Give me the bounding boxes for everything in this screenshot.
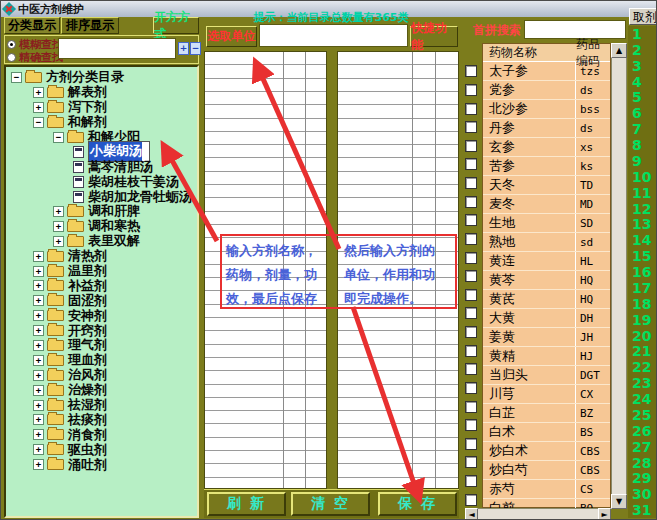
- tree-toggle-icon[interactable]: [33, 310, 44, 321]
- herb-checkbox[interactable]: [465, 382, 477, 394]
- tree-toggle-icon[interactable]: [33, 429, 44, 440]
- herb-checkbox[interactable]: [465, 270, 477, 282]
- table-row[interactable]: 北沙参 bss: [483, 100, 610, 119]
- scroll-down-icon[interactable]: ▼: [611, 494, 627, 509]
- quick-function-button[interactable]: 快捷功能: [410, 26, 458, 47]
- folder-icon: [47, 414, 64, 425]
- tree-toggle-icon[interactable]: [33, 325, 44, 336]
- herb-checkbox[interactable]: [465, 326, 477, 338]
- table-row[interactable]: 当归头 DGT: [483, 366, 610, 385]
- herb-checkbox[interactable]: [465, 140, 477, 152]
- table-row[interactable]: 丹参 ds: [483, 119, 610, 138]
- table-row[interactable]: 川芎 CX: [483, 385, 610, 404]
- table-row[interactable]: 天冬 TD: [483, 176, 610, 195]
- category-search-input[interactable]: [58, 38, 176, 59]
- tree-toggle-icon[interactable]: [53, 132, 64, 143]
- tree-toggle-icon[interactable]: [33, 400, 44, 411]
- tree-toggle-icon[interactable]: [33, 87, 44, 98]
- tree-toggle-icon[interactable]: [33, 444, 44, 455]
- radio-unselected-icon[interactable]: [7, 53, 16, 62]
- save-button[interactable]: 保 存: [378, 492, 457, 516]
- table-row[interactable]: 黄芪 HQ: [483, 290, 610, 309]
- herb-checkbox[interactable]: [465, 103, 477, 115]
- herb-name-cell: 白术: [483, 423, 576, 441]
- tree-toggle-icon[interactable]: [33, 340, 44, 351]
- exact-search-radio[interactable]: 精确查找: [7, 50, 63, 65]
- tree-toggle-icon[interactable]: [33, 459, 44, 470]
- tree-toggle-icon[interactable]: [33, 355, 44, 366]
- tree-toggle-icon[interactable]: [33, 117, 44, 128]
- table-row[interactable]: 姜黄 JH: [483, 328, 610, 347]
- horizontal-scrollbar[interactable]: [465, 508, 611, 520]
- table-row[interactable]: 白术 BS: [483, 423, 610, 442]
- scroll-left-icon[interactable]: ◄: [465, 508, 478, 520]
- table-row[interactable]: 麦冬 MD: [483, 195, 610, 214]
- vertical-scrollbar[interactable]: [611, 43, 627, 509]
- tree-toggle-icon[interactable]: [53, 206, 64, 217]
- tab-category-display[interactable]: 分类显示: [4, 17, 60, 34]
- radio-selected-icon[interactable]: [7, 40, 16, 49]
- table-row[interactable]: 大黄 DH: [483, 309, 610, 328]
- herb-checkbox[interactable]: [465, 233, 477, 245]
- herb-checkbox[interactable]: [465, 438, 477, 450]
- table-row[interactable]: 黄连 HL: [483, 252, 610, 271]
- herb-checkbox[interactable]: [465, 456, 477, 468]
- column-header-name[interactable]: 药物名称: [483, 44, 576, 61]
- unit-input[interactable]: [259, 24, 408, 47]
- pinyin-search-input[interactable]: [524, 20, 626, 39]
- herb-checkbox[interactable]: [465, 65, 477, 77]
- herb-checkbox[interactable]: [465, 289, 477, 301]
- herb-checkbox[interactable]: [465, 121, 477, 133]
- tree-toggle-icon[interactable]: [53, 236, 64, 247]
- tree-toggle-icon[interactable]: [53, 221, 64, 232]
- herb-checkbox[interactable]: [465, 252, 477, 264]
- table-row[interactable]: 熟地 sd: [483, 233, 610, 252]
- herb-checkbox[interactable]: [465, 307, 477, 319]
- formula-category-tree[interactable]: 方剂分类目录 解表剂 泻下剂 和解剂: [4, 65, 199, 518]
- tree-toggle-icon[interactable]: [33, 251, 44, 262]
- prescribe-mode-button[interactable]: 开方方式: [153, 17, 199, 34]
- herb-checkbox[interactable]: [465, 475, 477, 487]
- tree-item[interactable]: 涌吐剂: [6, 457, 197, 472]
- select-unit-button[interactable]: 选取单位: [206, 26, 257, 47]
- tree-toggle-icon[interactable]: [33, 280, 44, 291]
- tree-toggle-icon[interactable]: [33, 414, 44, 425]
- table-row[interactable]: 炒白芍 CBS: [483, 461, 610, 480]
- table-row[interactable]: 白芷 BZ: [483, 404, 610, 423]
- herb-checkbox[interactable]: [465, 401, 477, 413]
- clear-button[interactable]: 清 空: [291, 492, 370, 516]
- table-row[interactable]: 太子参 tzs: [483, 62, 610, 81]
- tab-order-display[interactable]: 排序显示: [61, 17, 119, 34]
- table-row[interactable]: 黄芩 HQ: [483, 271, 610, 290]
- herb-checkbox[interactable]: [465, 345, 477, 357]
- herb-checkbox[interactable]: [465, 419, 477, 431]
- table-row[interactable]: 炒白术 CBS: [483, 442, 610, 461]
- herb-checkbox[interactable]: [465, 158, 477, 170]
- tree-toggle-icon[interactable]: [11, 72, 22, 83]
- annotation-box: 输入方剂名称， 药物，剂量，功 效，最后点保存 然后输入方剂的 单位，作用和功 …: [220, 234, 457, 309]
- scroll-right-icon[interactable]: ►: [598, 508, 611, 520]
- collapse-tree-button[interactable]: −: [190, 42, 201, 55]
- table-row[interactable]: 黄精 HJ: [483, 347, 610, 366]
- herb-table-header[interactable]: 药物名称 药品编码: [483, 44, 610, 62]
- table-row[interactable]: 党参 ds: [483, 81, 610, 100]
- row-number: 28: [628, 455, 657, 471]
- tree-toggle-icon[interactable]: [33, 102, 44, 113]
- herb-checkbox[interactable]: [465, 196, 477, 208]
- tree-toggle-icon[interactable]: [33, 295, 44, 306]
- herb-checkbox[interactable]: [465, 494, 477, 506]
- refresh-button[interactable]: 刷 新: [207, 492, 286, 516]
- tree-toggle-icon[interactable]: [33, 370, 44, 381]
- scroll-up-icon[interactable]: ▲: [611, 43, 627, 58]
- herb-checkbox[interactable]: [465, 363, 477, 375]
- herb-checkbox[interactable]: [465, 214, 477, 226]
- tree-toggle-icon[interactable]: [33, 266, 44, 277]
- herb-checkbox[interactable]: [465, 84, 477, 96]
- expand-tree-button[interactable]: +: [178, 42, 189, 55]
- table-row[interactable]: 玄参 xs: [483, 138, 610, 157]
- herb-checkbox[interactable]: [465, 177, 477, 189]
- table-row[interactable]: 赤芍 CS: [483, 480, 610, 499]
- table-row[interactable]: 苦参 ks: [483, 157, 610, 176]
- tree-toggle-icon[interactable]: [33, 385, 44, 396]
- table-row[interactable]: 生地 SD: [483, 214, 610, 233]
